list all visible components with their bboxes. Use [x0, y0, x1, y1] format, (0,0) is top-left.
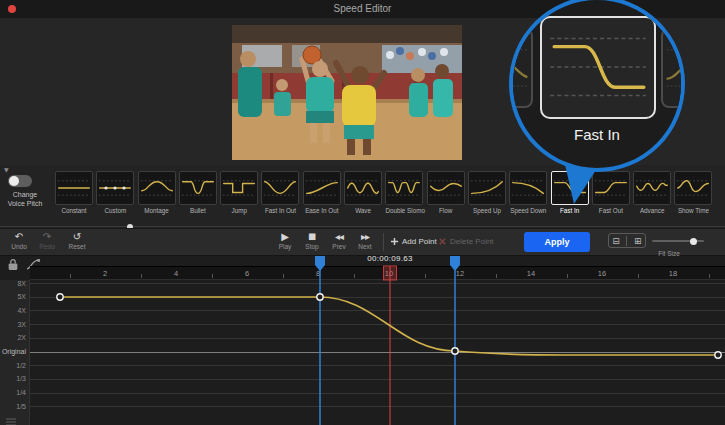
gridline — [30, 310, 725, 311]
gridline — [30, 297, 725, 298]
preset-show-time[interactable]: Show Time — [674, 171, 712, 214]
preset-label: Speed Down — [509, 207, 547, 214]
apply-button[interactable]: Apply — [524, 232, 590, 252]
preset-double-slomo[interactable]: Double Slomo — [385, 171, 423, 214]
stop-button[interactable]: ■ Stop — [299, 231, 325, 250]
gridline — [30, 338, 725, 339]
preset-label: Constant — [55, 207, 93, 214]
next-button[interactable]: ▸▸ Next — [352, 231, 378, 250]
preset-fast-in-out[interactable]: Fast In Out — [261, 171, 299, 214]
speed-scale-label: 1/4 — [0, 389, 26, 396]
delete-point-button[interactable]: Delete Point — [438, 237, 494, 246]
toggle-knob — [9, 176, 19, 186]
preset-label: Advance — [633, 207, 671, 214]
preset-thumbnail — [385, 171, 423, 205]
speed-scale-label: 8X — [0, 280, 26, 287]
speed-editor-window: Speed Editor — [0, 0, 725, 425]
prev-button[interactable]: ◂◂ Prev — [326, 231, 352, 250]
preset-label: Wave — [344, 207, 382, 214]
toolbar-separator — [383, 233, 384, 251]
callout-label: Fast In — [513, 126, 681, 143]
voice-pitch-toggle[interactable] — [8, 175, 32, 187]
play-button[interactable]: ▶ Play — [272, 231, 298, 250]
collapse-arrow-icon[interactable]: ▼ — [4, 166, 9, 173]
callout-fast-in-thumb — [540, 16, 656, 119]
preset-label: Double Slomo — [385, 207, 423, 214]
gridline — [30, 352, 725, 353]
preset-wave[interactable]: Wave — [344, 171, 382, 214]
preset-thumbnail — [261, 171, 299, 205]
zoom-out-icon[interactable]: ⊟ — [612, 236, 620, 246]
preset-custom[interactable]: Custom — [96, 171, 134, 214]
basketball-scene-illustration — [232, 25, 462, 160]
add-point-button[interactable]: Add Point — [390, 237, 437, 246]
preset-thumbnail — [427, 171, 465, 205]
speed-scale-label: 1/3 — [0, 375, 26, 382]
preset-list: ConstantCustomMontageBulletJumpFast In O… — [55, 171, 716, 214]
preset-label: Fast In Out — [261, 207, 299, 214]
speed-scale-label: 2X — [0, 334, 26, 341]
preset-label: Show Time — [674, 207, 712, 214]
undo-icon: ↶ — [6, 231, 32, 242]
preset-thumbnail — [674, 171, 712, 205]
preset-label: Ease In Out — [303, 207, 341, 214]
preset-thumbnail — [468, 171, 506, 205]
preset-jump[interactable]: Jump — [220, 171, 258, 214]
preset-thumbnail — [96, 171, 134, 205]
preset-ease-in-out[interactable]: Ease In Out — [303, 171, 341, 214]
speed-scale-label: 3X — [0, 321, 26, 328]
preset-thumbnail — [220, 171, 258, 205]
zoom-controls: ⊟ ⊞ — [608, 233, 646, 248]
curve-graph[interactable]: 8X5X4X3X2XOriginal1/21/31/41/5 — [0, 256, 725, 425]
play-icon: ▶ — [272, 231, 298, 242]
gridline — [30, 406, 725, 407]
preset-label: Speed Up — [468, 207, 506, 214]
speed-scale-label: 5X — [0, 293, 26, 300]
add-point-icon — [390, 237, 399, 246]
preset-scrollbar[interactable] — [0, 226, 725, 227]
gridline — [30, 324, 725, 325]
gridline — [30, 365, 725, 366]
preset-flow[interactable]: Flow — [427, 171, 465, 214]
video-preview — [232, 25, 462, 160]
preset-speed-down[interactable]: Speed Down — [509, 171, 547, 214]
voice-pitch-label: ChangeVoice Pitch — [0, 190, 50, 208]
gridline — [30, 393, 725, 394]
undo-button[interactable]: ↶ Undo — [6, 231, 32, 250]
preset-label: Custom — [96, 207, 134, 214]
zoom-slider-knob[interactable] — [690, 238, 697, 245]
gridline — [30, 379, 725, 380]
reset-button[interactable]: ↺ Reset — [64, 231, 90, 250]
preset-montage[interactable]: Montage — [138, 171, 176, 214]
preset-thumbnail — [344, 171, 382, 205]
preset-constant[interactable]: Constant — [55, 171, 93, 214]
preset-label: Bullet — [179, 207, 217, 214]
preset-thumbnail — [55, 171, 93, 205]
redo-icon: ↷ — [34, 231, 60, 242]
speed-scale-label: 1/2 — [0, 362, 26, 369]
gridline — [30, 283, 725, 284]
next-icon: ▸▸ — [352, 231, 378, 242]
zoom-divider — [626, 236, 627, 246]
delete-point-icon — [438, 237, 447, 246]
fit-view-icon[interactable]: ⊞ — [634, 236, 642, 246]
speed-scale-label: 4X — [0, 307, 26, 314]
speed-scale-label: Original — [0, 348, 26, 355]
preset-speed-up[interactable]: Speed Up — [468, 171, 506, 214]
reset-icon: ↺ — [64, 231, 90, 242]
preset-bullet[interactable]: Bullet — [179, 171, 217, 214]
redo-button[interactable]: ↷ Redo — [34, 231, 60, 250]
preset-thumbnail — [179, 171, 217, 205]
preset-thumbnail — [509, 171, 547, 205]
preset-thumbnail — [303, 171, 341, 205]
preset-advance[interactable]: Advance — [633, 171, 671, 214]
preset-thumbnail — [138, 171, 176, 205]
scale-options-icon[interactable] — [5, 413, 17, 425]
preset-label: Flow — [427, 207, 465, 214]
zoom-slider[interactable] — [652, 240, 704, 242]
stop-icon: ■ — [299, 231, 325, 242]
preset-label: Jump — [220, 207, 258, 214]
prev-icon: ◂◂ — [326, 231, 352, 242]
preset-label: Montage — [138, 207, 176, 214]
zoom-callout: Fast In — [509, 0, 685, 172]
